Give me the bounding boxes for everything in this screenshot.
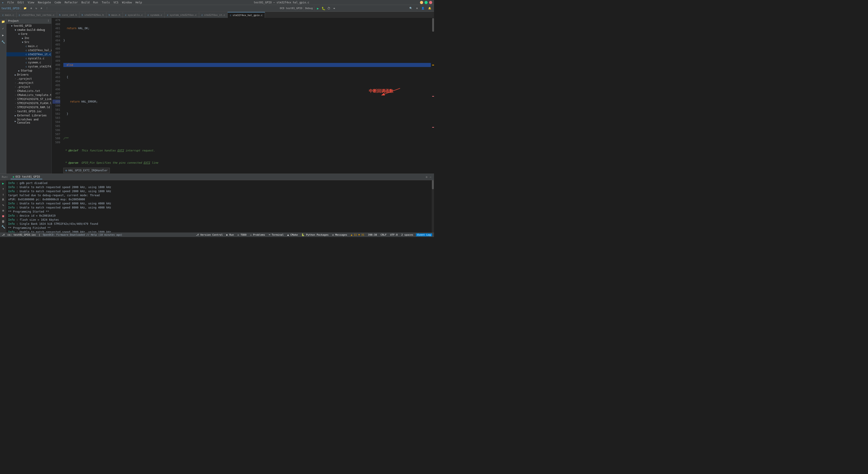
- run-up-btn[interactable]: ↑: [1, 186, 5, 191]
- toolbar-menu2[interactable]: ⋮: [44, 6, 50, 10]
- tree-project[interactable]: · .project: [6, 85, 51, 89]
- tab-system[interactable]: c system_stm32f4xx.c: [165, 12, 199, 18]
- tree-flash[interactable]: · STM32F429IGT6_FLASH.ld: [6, 101, 51, 105]
- console-line-8: ** Programming Started **: [8, 210, 430, 214]
- tab-hal-gpio[interactable]: c stm32f4xx_hal_gpio.c: [228, 12, 265, 18]
- tab-run-label[interactable]: ▶ OCD test01_GPIO: [11, 175, 42, 179]
- encoding: UTF-8: [389, 233, 399, 236]
- menu-tools[interactable]: Tools: [101, 1, 111, 4]
- event-log-btn[interactable]: Event Log: [416, 233, 432, 236]
- run-down-btn[interactable]: ↓: [1, 192, 5, 197]
- tab-cortex[interactable]: c stm32f4xx_hal_cortex.c: [17, 12, 57, 18]
- bottom-minimize[interactable]: −: [429, 175, 432, 179]
- tree-startup[interactable]: ▶ Startup: [6, 68, 51, 73]
- minimize-button[interactable]: [420, 1, 423, 4]
- tree-main-c[interactable]: c main.c: [6, 44, 51, 48]
- tree-ram[interactable]: · STM32F429IGT6_RAM.ld: [6, 105, 51, 109]
- tree-drivers[interactable]: ▶ Drivers: [6, 73, 51, 77]
- profile-button[interactable]: ⏱: [327, 6, 331, 11]
- menu-code[interactable]: Code: [54, 1, 62, 4]
- toolbar-refresh[interactable]: ↻: [34, 6, 38, 10]
- debug-button[interactable]: 🐛: [321, 6, 326, 11]
- run-tab[interactable]: ▶ Run: [226, 233, 235, 236]
- run-icon[interactable]: ▶: [1, 33, 6, 37]
- run-button[interactable]: ▶: [316, 6, 320, 11]
- project-icon[interactable]: 📁: [1, 19, 6, 24]
- tab-main-h[interactable]: h main.h: [106, 12, 123, 18]
- tree-scratches[interactable]: ▶ Scratches and Consoles: [6, 117, 51, 125]
- tree-ext-libs[interactable]: ▶ External Libraries: [6, 113, 51, 117]
- run-tool-btn[interactable]: 🔧: [1, 225, 5, 229]
- menu-build[interactable]: Build: [81, 1, 91, 4]
- tree-msp[interactable]: c stm32f4xx_hal_msp.c: [6, 48, 51, 52]
- tree-syscalls[interactable]: c syscalls.c: [6, 56, 51, 60]
- autocomplete-popup[interactable]: ⚙ HAL_GPIO_EXTI_IRQHandler: [63, 168, 110, 173]
- tree-system[interactable]: c system_stm32f4xx.c: [6, 64, 51, 68]
- run-list-btn[interactable]: ≡: [1, 208, 5, 213]
- messages-tab[interactable]: ✉ Messages: [331, 233, 348, 236]
- python-tab[interactable]: 🐍 Python Packages: [301, 233, 330, 236]
- version-control-tab[interactable]: ⎇ Version Control: [195, 233, 224, 236]
- tree-ioc[interactable]: · test01_GPIO.ioc: [6, 109, 51, 113]
- user-btn[interactable]: 👤: [420, 6, 426, 10]
- tree-inc[interactable]: ▶ Inc: [6, 36, 51, 40]
- scrollbar-thumb[interactable]: [432, 18, 434, 32]
- tab-stm32f429[interactable]: h stm32f429xx.h: [80, 12, 106, 18]
- menu-navigate[interactable]: Navigate: [37, 1, 52, 4]
- code-content[interactable]: return HAL_OK; } else { return HAL_ERROR…: [62, 18, 431, 174]
- close-button[interactable]: [429, 1, 432, 4]
- tree-cproject[interactable]: · .cproject: [6, 77, 51, 81]
- tree-core[interactable]: ▼ Core: [6, 32, 51, 36]
- tree-cmake-txt[interactable]: · CMakeLists.txt: [6, 89, 51, 93]
- tree-root[interactable]: ▼ test01_GPIO: [6, 24, 51, 28]
- debug-icon[interactable]: 🔧: [1, 39, 6, 45]
- cmake-tab[interactable]: ▲ CMake: [286, 233, 299, 236]
- notifications-btn[interactable]: 🔔: [427, 6, 433, 10]
- tab-it[interactable]: c stm32f4xx_it.c: [199, 12, 228, 18]
- code-line-480: }: [63, 38, 431, 42]
- toolbar-folder[interactable]: 📁: [22, 6, 28, 10]
- tree-cmake-tmpl[interactable]: · CMakeLists_template.txt: [6, 93, 51, 97]
- openocd-status: OpenOCD: Firmware Downloaded // Help (18…: [42, 233, 123, 236]
- app-window: ✦ File Edit View Navigate Code Refactor …: [0, 0, 434, 237]
- run-clear-btn[interactable]: 🗑: [1, 219, 5, 224]
- sidebar-options[interactable]: ⋮: [47, 20, 50, 22]
- menu-help[interactable]: Help: [135, 1, 143, 4]
- git-branch[interactable]: cs: test01_GPIO.ioc: [6, 233, 37, 236]
- bottom-settings[interactable]: ⚙: [425, 175, 428, 179]
- commit-icon[interactable]: ✓: [1, 26, 6, 31]
- toolbar-settings[interactable]: ⚙: [29, 6, 33, 10]
- terminal-tab[interactable]: ⌨ Terminal: [268, 233, 285, 236]
- run-r-btn[interactable]: R: [1, 197, 5, 202]
- tree-stlink[interactable]: · STM32F429IGT6_ST_Link.cfg: [6, 97, 51, 101]
- tree-cmake[interactable]: ▼ cmake-build-debug: [6, 28, 51, 32]
- menu-window[interactable]: Window: [121, 1, 133, 4]
- menu-run[interactable]: Run: [92, 1, 99, 4]
- console-scrollbar[interactable]: [432, 180, 434, 233]
- tab-main-c[interactable]: c main.c: [0, 12, 17, 18]
- maximize-button[interactable]: [425, 1, 428, 4]
- todo-tab[interactable]: ☑ TODO: [237, 233, 248, 236]
- run-play-btn[interactable]: ▶: [1, 181, 5, 186]
- tree-it[interactable]: c stm32f4xx_it.c: [6, 52, 51, 56]
- menu-edit[interactable]: Edit: [17, 1, 25, 4]
- menu-view[interactable]: View: [27, 1, 35, 4]
- tree-sysmem[interactable]: c sysmem.c: [6, 60, 51, 64]
- code-line-481: [63, 51, 431, 55]
- menu-file[interactable]: File: [6, 1, 15, 4]
- search-everywhere[interactable]: 🔍: [408, 6, 414, 10]
- tree-mxproject[interactable]: · .mxproject: [6, 81, 51, 85]
- problems-tab[interactable]: ⚠ Problems: [249, 233, 266, 236]
- tab-core-cm4[interactable]: h core_cm4.h: [57, 12, 80, 18]
- coverage-button[interactable]: ☂: [332, 6, 337, 11]
- tree-src[interactable]: ▼ Src: [6, 40, 51, 44]
- toolbar-align[interactable]: ≡: [39, 6, 44, 10]
- settings-btn[interactable]: ⚙: [415, 6, 419, 10]
- tab-syscalls[interactable]: c syscalls.c: [123, 12, 145, 18]
- menu-refactor[interactable]: Refactor: [64, 1, 79, 4]
- menu-vcs[interactable]: VCS: [113, 1, 120, 4]
- tab-sysmem[interactable]: c sysmem.c: [145, 12, 165, 18]
- run-stop-btn[interactable]: ■: [1, 214, 5, 218]
- tab-label-it: stm32f4xx_it.c: [204, 13, 225, 17]
- run-edit-btn[interactable]: ✎: [1, 203, 5, 207]
